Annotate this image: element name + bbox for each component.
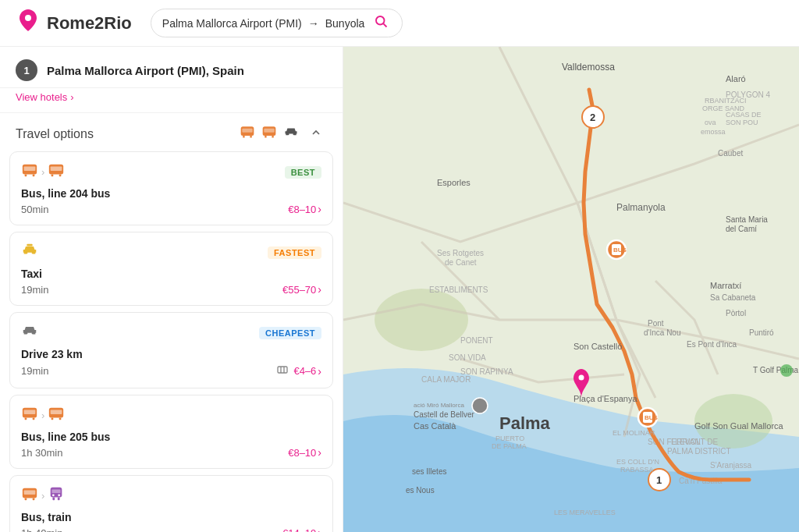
svg-text:S'Aranjassa: S'Aranjassa <box>710 461 751 470</box>
svg-text:Ses Rotgetes: Ses Rotgetes <box>437 249 484 257</box>
svg-point-45 <box>52 494 55 496</box>
svg-point-88 <box>579 375 584 381</box>
train-icon <box>48 485 65 506</box>
svg-text:Esporles: Esporles <box>437 178 471 187</box>
svg-text:es Nous: es Nous <box>406 486 435 495</box>
svg-text:1: 1 <box>656 474 662 486</box>
search-origin: Palma Mallorca Airport (PMI) <box>162 17 302 30</box>
svg-rect-34 <box>51 418 54 420</box>
svg-rect-14 <box>25 175 27 177</box>
svg-rect-32 <box>24 410 36 414</box>
search-button[interactable] <box>371 14 391 32</box>
svg-point-12 <box>293 133 296 136</box>
svg-point-1 <box>376 16 385 25</box>
svg-rect-9 <box>272 136 274 138</box>
svg-text:PONENT: PONENT <box>460 336 493 345</box>
svg-rect-43 <box>58 498 60 501</box>
logo: Rome2Rio <box>16 8 132 38</box>
filter-bus-icon[interactable] <box>240 124 255 144</box>
route-time-taxi: 19min <box>21 284 48 296</box>
stop-header: 1 Palma Mallorca Airport (PMI), Spain <box>0 47 343 88</box>
route-chevron-205: › <box>41 410 44 421</box>
svg-point-24 <box>26 332 28 335</box>
svg-text:Cas Català: Cas Català <box>414 421 456 431</box>
bus-icon-train-1 <box>21 485 38 506</box>
collapse-button[interactable] <box>305 125 327 144</box>
svg-text:SON VIDA: SON VIDA <box>449 353 486 362</box>
svg-text:Es Pont d'Inca: Es Pont d'Inca <box>687 340 737 349</box>
svg-text:PALMA DISTRICT: PALMA DISTRICT <box>667 447 731 456</box>
svg-rect-18 <box>51 175 54 177</box>
car-icon <box>21 322 38 343</box>
route-icons: › <box>21 161 65 183</box>
svg-rect-30 <box>25 418 27 420</box>
svg-text:ació Miró Mallorca: ació Miró Mallorca <box>414 402 464 409</box>
svg-text:RBANITZACI: RBANITZACI <box>705 97 747 105</box>
svg-rect-23 <box>27 244 32 246</box>
svg-text:ses Illetes: ses Illetes <box>412 467 446 476</box>
bus-icon-1 <box>21 161 38 183</box>
view-hotels-label: View hotels <box>16 91 67 103</box>
header: Rome2Rio Palma Mallorca Airport (PMI) → … <box>0 0 799 47</box>
cheapest-badge: CHEAPEST <box>259 327 321 339</box>
view-hotels-link[interactable]: View hotels › <box>0 88 343 113</box>
svg-rect-38 <box>25 498 27 501</box>
bus-icon-205-1 <box>21 405 38 426</box>
route-cards-container: › BEST Bus, line 204 bus 50min €8–10 › <box>0 151 343 532</box>
search-destination: Bunyola <box>325 17 365 30</box>
svg-rect-6 <box>242 129 252 133</box>
filter-car-icon[interactable] <box>283 124 299 144</box>
route-card-bus205[interactable]: › Bus, line 205 bus 1h 30min €8–10 › <box>9 395 333 469</box>
svg-text:Son Castelló: Son Castelló <box>574 342 622 351</box>
route-name-taxi: Taxi <box>21 268 321 280</box>
svg-rect-16 <box>24 166 36 171</box>
svg-rect-26 <box>278 367 287 373</box>
svg-rect-20 <box>51 166 62 171</box>
svg-text:DE PALMA: DE PALMA <box>492 442 527 450</box>
svg-rect-15 <box>33 175 35 177</box>
best-badge: BEST <box>285 166 321 179</box>
stop-name: Palma Mallorca Airport (PMI), Spain <box>47 64 244 77</box>
svg-text:de Canet: de Canet <box>445 258 477 267</box>
svg-point-48 <box>375 289 468 351</box>
svg-text:BUS: BUS <box>645 414 659 421</box>
svg-rect-42 <box>53 498 55 501</box>
route-name: Bus, line 204 bus <box>21 187 321 200</box>
route-card-bus-train[interactable]: › Bus, train 1h 40min €14–19 › <box>9 475 333 532</box>
svg-text:ES COLL D'N: ES COLL D'N <box>616 458 659 466</box>
svg-rect-8 <box>265 136 267 138</box>
taxi-icon <box>21 242 38 263</box>
svg-text:LES MERAVELLES: LES MERAVELLES <box>554 509 616 516</box>
route-price-bus-train: €14–19 › <box>282 527 321 532</box>
svg-point-102 <box>780 364 793 377</box>
logo-text: Rome2Rio <box>47 13 132 34</box>
map-panel[interactable]: Valldemossa Alaró POLYGON 4 Caubet Espor… <box>343 47 799 532</box>
route-time-bus205: 1h 30min <box>21 447 62 459</box>
svg-point-25 <box>32 332 34 335</box>
filter-bus2-icon[interactable] <box>261 124 277 144</box>
svg-point-22 <box>32 252 34 254</box>
route-name-bus205: Bus, line 205 bus <box>21 431 321 443</box>
stop-number: 1 <box>16 59 37 81</box>
svg-rect-4 <box>243 136 245 138</box>
svg-rect-39 <box>33 498 35 501</box>
svg-text:CASAS DE: CASAS DE <box>726 111 762 119</box>
bus-icon-205-2 <box>48 405 65 426</box>
svg-line-2 <box>384 23 387 27</box>
route-card-drive[interactable]: CHEAPEST Drive 23 km 19min €4–6 › <box>9 312 333 388</box>
svg-text:Puntiró: Puntiró <box>749 328 774 337</box>
svg-rect-31 <box>33 418 35 420</box>
svg-text:ESTABLIMENTS: ESTABLIMENTS <box>429 286 488 294</box>
svg-text:RABASSA: RABASSA <box>620 466 654 473</box>
route-card-bus204[interactable]: › BEST Bus, line 204 bus 50min €8–10 › <box>9 151 333 225</box>
bus-icon-2 <box>48 161 65 183</box>
route-time-bus-train: 1h 40min <box>21 527 62 533</box>
svg-text:Palmanyola: Palmanyola <box>616 202 666 213</box>
svg-text:Palma: Palma <box>499 413 551 433</box>
search-bar[interactable]: Palma Mallorca Airport (PMI) → Bunyola <box>151 9 403 37</box>
svg-text:Pòrtol: Pòrtol <box>726 309 746 317</box>
svg-rect-5 <box>250 136 252 138</box>
route-card-taxi[interactable]: FASTEST Taxi 19min €55–70 › <box>9 232 333 306</box>
svg-text:LLEVANT DE: LLEVANT DE <box>671 438 719 446</box>
svg-text:CALA MAJOR: CALA MAJOR <box>421 375 471 384</box>
